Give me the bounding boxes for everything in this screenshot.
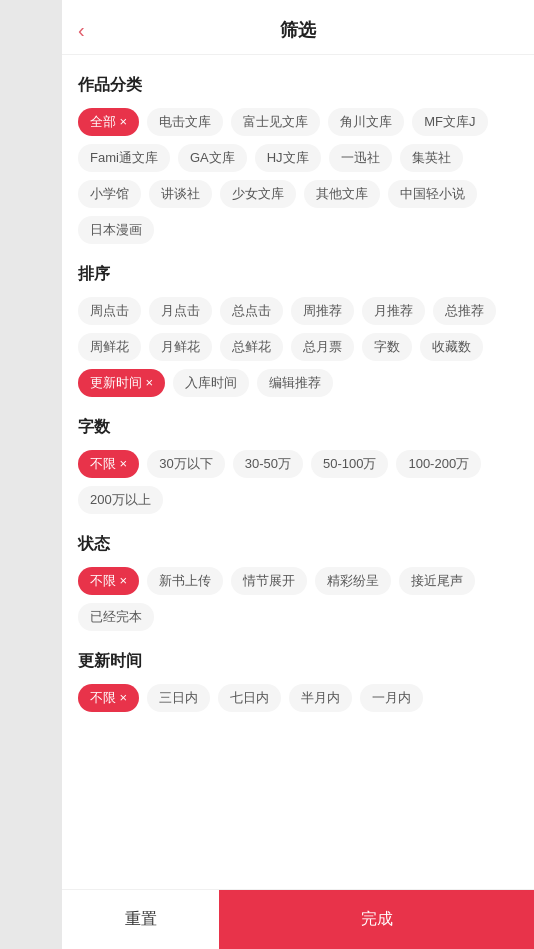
section-words-title: 字数	[78, 417, 518, 438]
tag-item[interactable]: 更新时间 ×	[78, 369, 165, 397]
tag-item[interactable]: 总月票	[291, 333, 354, 361]
tag-item[interactable]: 少女文库	[220, 180, 296, 208]
tag-item[interactable]: 集英社	[400, 144, 463, 172]
sort-tags: 周点击月点击总点击周推荐月推荐总推荐周鲜花月鲜花总鲜花总月票字数收藏数更新时间 …	[78, 297, 518, 397]
tag-item[interactable]: MF文库J	[412, 108, 487, 136]
section-category: 作品分类 全部 ×电击文库富士见文库角川文库MF文库JFami通文库GA文库HJ…	[78, 75, 518, 244]
header-title: 筛选	[280, 18, 316, 42]
tag-item[interactable]: GA文库	[178, 144, 247, 172]
tag-item[interactable]: 富士见文库	[231, 108, 320, 136]
tag-item[interactable]: 入库时间	[173, 369, 249, 397]
category-tags: 全部 ×电击文库富士见文库角川文库MF文库JFami通文库GA文库HJ文库一迅社…	[78, 108, 518, 244]
tag-item[interactable]: 200万以上	[78, 486, 163, 514]
tag-item[interactable]: 月推荐	[362, 297, 425, 325]
tag-item[interactable]: 一月内	[360, 684, 423, 712]
tag-item[interactable]: 月鲜花	[149, 333, 212, 361]
tag-item[interactable]: 日本漫画	[78, 216, 154, 244]
tag-item[interactable]: 周点击	[78, 297, 141, 325]
tag-item[interactable]: 电击文库	[147, 108, 223, 136]
section-sort-title: 排序	[78, 264, 518, 285]
tag-item[interactable]: 字数	[362, 333, 412, 361]
tag-item[interactable]: 七日内	[218, 684, 281, 712]
tag-item[interactable]: 总点击	[220, 297, 283, 325]
tag-item[interactable]: 总鲜花	[220, 333, 283, 361]
tag-item[interactable]: 情节展开	[231, 567, 307, 595]
tag-item[interactable]: 精彩纷呈	[315, 567, 391, 595]
update-time-tags: 不限 ×三日内七日内半月内一月内	[78, 684, 518, 712]
section-status-title: 状态	[78, 534, 518, 555]
tag-item[interactable]: 月点击	[149, 297, 212, 325]
tag-item[interactable]: 编辑推荐	[257, 369, 333, 397]
section-status: 状态 不限 ×新书上传情节展开精彩纷呈接近尾声已经完本	[78, 534, 518, 631]
filter-content: 作品分类 全部 ×电击文库富士见文库角川文库MF文库JFami通文库GA文库HJ…	[62, 55, 534, 889]
tag-item[interactable]: 新书上传	[147, 567, 223, 595]
tag-item[interactable]: 不限 ×	[78, 684, 139, 712]
words-tags: 不限 ×30万以下30-50万50-100万100-200万200万以上	[78, 450, 518, 514]
tag-item[interactable]: 一迅社	[329, 144, 392, 172]
filter-header: ‹ 筛选	[62, 0, 534, 55]
tag-item[interactable]: HJ文库	[255, 144, 321, 172]
tag-item[interactable]: 接近尾声	[399, 567, 475, 595]
tag-item[interactable]: 50-100万	[311, 450, 388, 478]
status-tags: 不限 ×新书上传情节展开精彩纷呈接近尾声已经完本	[78, 567, 518, 631]
tag-item[interactable]: 讲谈社	[149, 180, 212, 208]
tag-item[interactable]: 不限 ×	[78, 450, 139, 478]
tag-item[interactable]: 中国轻小说	[388, 180, 477, 208]
tag-item[interactable]: 周推荐	[291, 297, 354, 325]
tag-item[interactable]: 全部 ×	[78, 108, 139, 136]
tag-item[interactable]: 角川文库	[328, 108, 404, 136]
confirm-button[interactable]: 完成	[219, 890, 534, 949]
tag-item[interactable]: 不限 ×	[78, 567, 139, 595]
reset-button[interactable]: 重置	[62, 890, 219, 949]
tag-item[interactable]: 100-200万	[396, 450, 481, 478]
tag-item[interactable]: 周鲜花	[78, 333, 141, 361]
tag-item[interactable]: 总推荐	[433, 297, 496, 325]
tag-item[interactable]: 三日内	[147, 684, 210, 712]
section-category-title: 作品分类	[78, 75, 518, 96]
section-update-time: 更新时间 不限 ×三日内七日内半月内一月内	[78, 651, 518, 712]
section-update-time-title: 更新时间	[78, 651, 518, 672]
tag-item[interactable]: 30-50万	[233, 450, 303, 478]
tag-item[interactable]: 其他文库	[304, 180, 380, 208]
tag-item[interactable]: 30万以下	[147, 450, 224, 478]
tag-item[interactable]: 半月内	[289, 684, 352, 712]
tag-item[interactable]: 小学馆	[78, 180, 141, 208]
section-sort: 排序 周点击月点击总点击周推荐月推荐总推荐周鲜花月鲜花总鲜花总月票字数收藏数更新…	[78, 264, 518, 397]
section-words: 字数 不限 ×30万以下30-50万50-100万100-200万200万以上	[78, 417, 518, 514]
back-button[interactable]: ‹	[78, 19, 85, 42]
tag-item[interactable]: 收藏数	[420, 333, 483, 361]
tag-item[interactable]: Fami通文库	[78, 144, 170, 172]
tag-item[interactable]: 已经完本	[78, 603, 154, 631]
footer: 重置 完成	[62, 889, 534, 949]
